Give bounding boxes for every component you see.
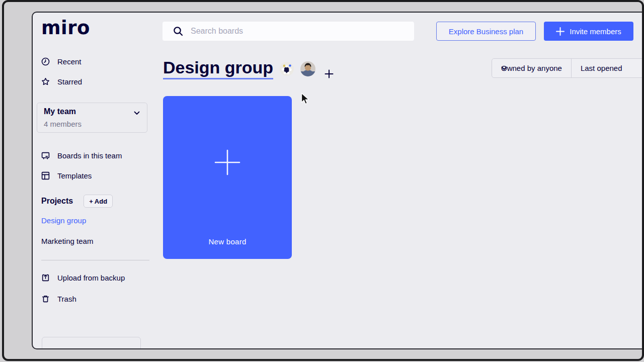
sidebar-item-label: Boards in this team (57, 151, 122, 160)
mouse-cursor (301, 93, 310, 106)
clock-icon (41, 57, 50, 66)
owner-filter-dropdown[interactable]: Owned by anyone (492, 59, 571, 77)
project-header: Design group (163, 57, 324, 81)
templates-icon (41, 171, 50, 180)
projects-section: Projects + Add (41, 195, 113, 208)
sidebar-item-label: Trash (57, 295, 76, 303)
search-input[interactable] (191, 27, 414, 36)
sidebar-item-trash[interactable]: Trash (41, 293, 76, 305)
miro-logo[interactable]: miro (41, 17, 90, 39)
sidebar-item-label: Templates (57, 171, 92, 180)
invite-members-button[interactable]: Invite members (544, 22, 633, 41)
sidebar-item-label: Starred (57, 77, 82, 86)
owner-filter-label: Owned by anyone (501, 64, 562, 72)
sidebar-item-templates[interactable]: Templates (41, 169, 92, 182)
get-apps-label: Get Apps (47, 348, 80, 349)
sidebar-divider (41, 260, 149, 260)
sort-filter-label: Last opened (581, 64, 622, 72)
board-icon (41, 151, 50, 160)
photo-avatar-image (300, 61, 315, 76)
invite-members-label: Invite members (570, 27, 621, 36)
plus-icon (556, 27, 565, 36)
sidebar-item-recent[interactable]: Recent (41, 55, 82, 67)
search-bar[interactable] (163, 22, 414, 41)
team-member-count: 4 members (44, 120, 82, 128)
explore-business-plan-button[interactable]: Explore Business plan (436, 22, 536, 41)
sidebar-item-label: Recent (57, 57, 82, 66)
projects-label: Projects (41, 197, 73, 206)
star-icon (41, 77, 50, 86)
team-selector[interactable]: My team 4 members (37, 103, 147, 133)
member-avatar-photo[interactable] (300, 61, 315, 76)
sidebar-item-starred[interactable]: Starred (41, 75, 82, 87)
upload-icon (41, 274, 50, 282)
sidebar-project-marketing-team[interactable]: Marketing team (41, 237, 93, 245)
plus-icon (214, 149, 240, 175)
board-filters: Owned by anyone Last opened (492, 58, 644, 78)
new-board-card[interactable]: New board (163, 96, 292, 259)
chevron-down-icon (134, 111, 140, 115)
sidebar-item-boards-in-team[interactable]: Boards in this team (41, 149, 122, 161)
trash-icon (41, 295, 50, 303)
team-name: My team (44, 107, 76, 116)
sidebar-item-upload-from-backup[interactable]: Upload from backup (41, 272, 125, 284)
sort-filter-dropdown[interactable]: Last opened (571, 59, 631, 77)
plus-icon (324, 69, 334, 79)
new-board-label: New board (163, 237, 292, 246)
member-avatar-cartoon[interactable] (280, 62, 294, 76)
chevron-down-icon (501, 66, 507, 70)
get-apps-button[interactable]: Get Apps (42, 337, 141, 349)
sidebar-item-label: Upload from backup (57, 274, 125, 282)
miro-app-window: miro Explore Business plan Invite member… (32, 12, 644, 349)
add-project-button[interactable]: + Add (84, 195, 113, 208)
sidebar-project-design-group[interactable]: Design group (41, 216, 86, 225)
cartoon-avatar-image (280, 62, 294, 76)
search-icon (173, 26, 184, 37)
page-title[interactable]: Design group (163, 58, 273, 79)
